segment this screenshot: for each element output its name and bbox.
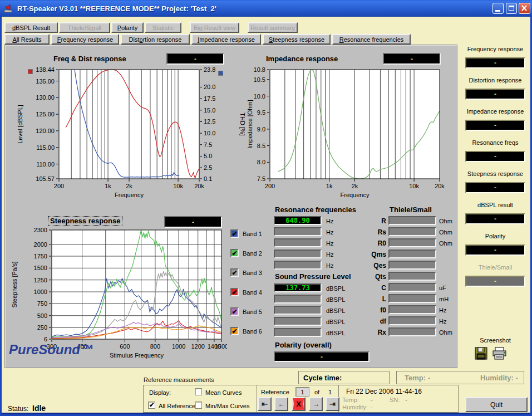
minmax-curves-checkbox[interactable] xyxy=(195,402,202,409)
ts-label-rx: Rx xyxy=(366,329,386,336)
reference-current-field[interactable]: 1 xyxy=(295,387,309,397)
band-6-label: Band 6 xyxy=(243,328,262,335)
svg-text:Impedance [Ohm]: Impedance [Ohm] xyxy=(247,100,253,148)
quit-button[interactable]: Quit xyxy=(465,397,528,412)
measurement-date: Fri 22 Dec 2006 11-44-16 xyxy=(346,388,422,395)
previous-reference-button[interactable]: ← xyxy=(274,397,288,411)
svg-text:2k: 2k xyxy=(126,183,132,189)
ts-label-f0: f0 xyxy=(366,306,386,314)
svg-text:Level [dBSPL]: Level [dBSPL] xyxy=(17,105,23,144)
svg-text:130.00: 130.00 xyxy=(36,94,55,101)
svg-text:1250: 1250 xyxy=(34,277,47,283)
ts-display-qts xyxy=(388,272,436,281)
title-bar[interactable]: RT-Speaker V3.01 **REFERENCE MODE** Proj… xyxy=(0,0,532,17)
reference-total-label: 1 xyxy=(328,389,332,395)
svg-text:7.5: 7.5 xyxy=(204,141,212,148)
svg-text:Steepness [Pa/s]: Steepness [Pa/s] xyxy=(11,261,18,307)
svg-text:8.5: 8.5 xyxy=(257,143,265,149)
svg-text:120.00: 120.00 xyxy=(36,128,55,134)
sidebar-label-steepness-response: Steepness response xyxy=(459,170,532,177)
ts-label-r0: R0 xyxy=(366,239,386,247)
puresound-logo: PureSound™ xyxy=(9,342,93,358)
svg-text:2k: 2k xyxy=(352,183,358,189)
mean-curves-checkbox[interactable] xyxy=(195,388,202,395)
svg-text:Frequency: Frequency xyxy=(115,192,144,198)
spl-display-5 xyxy=(274,328,322,337)
sidebar-display-dbspl-result: - xyxy=(465,213,525,224)
last-reference-button[interactable]: ⇥ xyxy=(326,397,339,411)
band-1-checkbox[interactable]: ✔ xyxy=(230,229,239,238)
ts-display-l xyxy=(388,294,436,303)
all-references-checkbox[interactable]: ✔ xyxy=(148,402,155,409)
mean-curves-label: Mean Curves xyxy=(205,389,242,396)
svg-text:250: 250 xyxy=(37,324,47,331)
minimize-button[interactable] xyxy=(492,3,504,14)
print-screenshot-button[interactable] xyxy=(492,346,508,361)
tab-steepness-response[interactable]: Steepness response xyxy=(263,34,331,45)
tab-dbspl-result[interactable]: dBSPL Result xyxy=(4,22,58,33)
reference-label: Reference xyxy=(261,389,289,395)
band-2-label: Band 2 xyxy=(243,250,262,257)
display-label: Display: xyxy=(149,389,171,396)
temp-humidity-box: Temp: - Humidity: - xyxy=(396,371,524,384)
tab-frequency-response[interactable]: Frequency response xyxy=(51,34,119,45)
band-6-row: ✔ Band 6 xyxy=(230,327,262,335)
spl-display-3 xyxy=(274,306,322,315)
impedance-chart-canvas: 10.810.510.09.59.08.58.07.52001k2k10k20k… xyxy=(247,59,447,199)
first-reference-button[interactable]: ⇤ xyxy=(258,397,272,411)
thiele-small-heading: Thiele/Small xyxy=(390,205,432,214)
all-references-label: All References xyxy=(159,403,199,409)
sidebar-label-thiele-small: Thiele/Small xyxy=(459,264,532,271)
svg-text:1500: 1500 xyxy=(215,343,227,350)
sidebar-label-frequency-response: Frequency response xyxy=(459,46,532,52)
maximize-button[interactable] xyxy=(506,3,517,14)
band-5-checkbox[interactable]: ✔ xyxy=(230,307,239,316)
ts-label-r: R xyxy=(366,217,386,225)
band-1-row: ✔ Band 1 xyxy=(230,229,262,238)
svg-text:2.5: 2.5 xyxy=(204,164,212,171)
ts-unit-r0: Ohm xyxy=(439,240,452,247)
ts-label-l: L xyxy=(366,295,386,303)
svg-text:1k: 1k xyxy=(326,183,333,189)
status-label: Status: xyxy=(8,405,28,413)
band-3-checkbox[interactable]: ✔ xyxy=(230,268,239,277)
dbspl-unit-label: dBSPL xyxy=(326,319,345,325)
svg-text:10.5: 10.5 xyxy=(254,76,265,83)
ts-label-c: C xyxy=(366,284,386,292)
tab-impedance-response[interactable]: Impedance response xyxy=(191,34,261,45)
tab-statistic: Statistic xyxy=(145,22,181,33)
next-reference-button[interactable]: → xyxy=(309,397,323,411)
close-button[interactable] xyxy=(519,3,530,14)
ts-display-c xyxy=(388,283,436,292)
svg-text:10.0: 10.0 xyxy=(254,93,265,100)
spl-display-1: 137.73 xyxy=(274,283,322,292)
svg-text:10.0: 10.0 xyxy=(204,130,215,136)
band-4-checkbox[interactable]: ✔ xyxy=(230,288,239,296)
svg-text:15.0: 15.0 xyxy=(204,107,215,114)
tab-resonance-frequencies[interactable]: Resonance frequencies xyxy=(332,34,411,45)
hz-unit-label: Hz xyxy=(326,218,333,224)
tab-all-results[interactable]: All Results xyxy=(4,34,50,45)
svg-text:9.5: 9.5 xyxy=(257,109,265,116)
band-2-checkbox[interactable]: ✔ xyxy=(230,249,239,257)
ts-display-f0 xyxy=(388,305,436,314)
save-screenshot-button[interactable] xyxy=(473,346,489,361)
svg-text:23.8: 23.8 xyxy=(204,66,215,73)
window-title: RT-Speaker V3.01 **REFERENCE MODE** Proj… xyxy=(17,4,216,13)
svg-text:7.5: 7.5 xyxy=(257,175,265,182)
svg-text:135.00: 135.00 xyxy=(36,78,55,85)
resonance-display-4 xyxy=(274,249,322,258)
band-6-checkbox[interactable]: ✔ xyxy=(230,327,239,335)
band-3-row: ✔ Band 3 xyxy=(230,268,262,277)
svg-text:20k: 20k xyxy=(435,183,445,189)
delete-reference-button[interactable]: X xyxy=(292,397,306,411)
status-value: Idle xyxy=(32,404,46,413)
svg-text:THD [%]: THD [%] xyxy=(239,112,246,136)
tab-distortion-response[interactable]: Distortion response xyxy=(121,34,190,45)
spl-heading: Sound Pressure Level xyxy=(275,272,351,281)
resonance-display-5 xyxy=(274,261,322,270)
tab-polarity[interactable]: Polarity xyxy=(111,22,144,33)
ts-display-qes xyxy=(388,261,436,270)
sidebar-display-thiele-small: - xyxy=(465,276,525,287)
svg-text:750: 750 xyxy=(37,300,47,307)
